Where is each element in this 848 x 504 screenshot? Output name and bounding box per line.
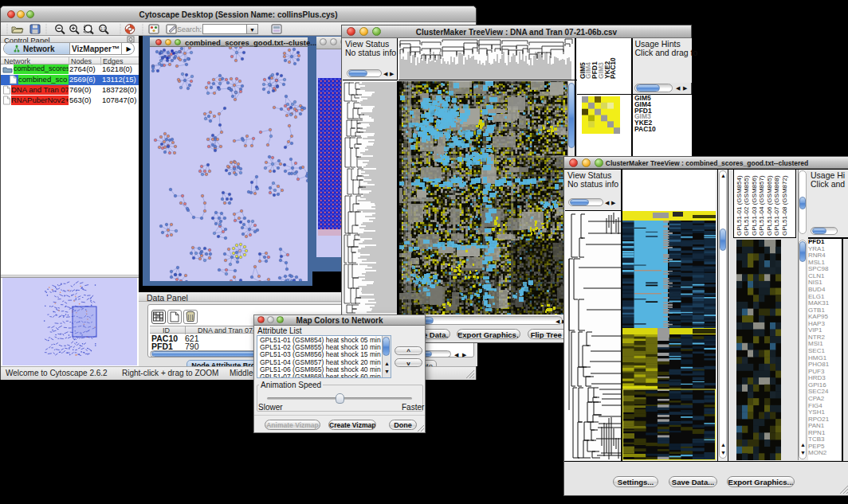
svg-text:GPL51-01 (GSM854): GPL51-01 (GSM854) (736, 175, 743, 236)
svg-text:1:1: 1:1 (100, 27, 106, 31)
svg-text:GPL51-07 (GSM868): GPL51-07 (GSM868) (773, 175, 780, 236)
svg-text:GPL51-08 (GSM872): GPL51-08 (GSM872) (781, 175, 788, 236)
svg-text:GPL51-02 (GSM855): GPL51-02 (GSM855) (743, 175, 750, 236)
svg-text:GPL51-03 (GSM856): GPL51-03 (GSM856) (751, 175, 758, 236)
svg-text:GPL51-06 (GSM865): GPL51-06 (GSM865) (766, 175, 773, 236)
svg-text:GPL51-04 (GSM857): GPL51-04 (GSM857) (758, 175, 765, 236)
svg-text:PAC10: PAC10 (609, 57, 617, 79)
